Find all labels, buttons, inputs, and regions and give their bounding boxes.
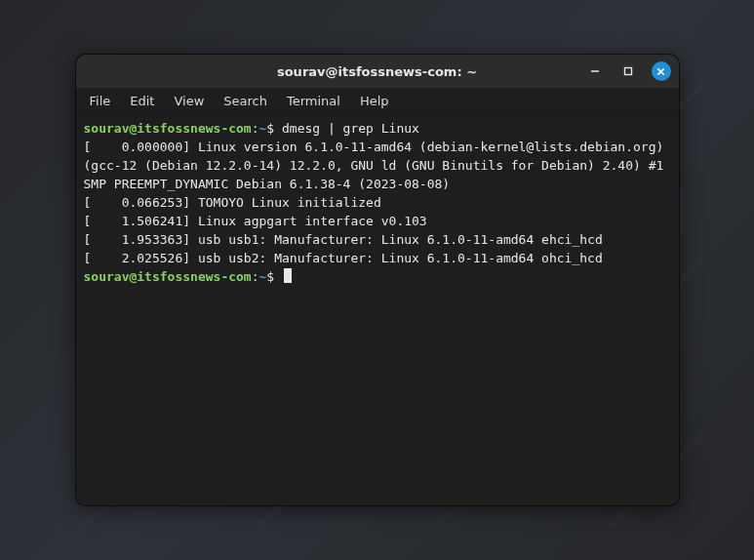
close-icon (656, 67, 665, 76)
menu-edit[interactable]: Edit (120, 90, 164, 112)
prompt-colon: : (252, 269, 259, 284)
terminal-line: [ 2.025526] usb usb2: Manufacturer: Linu… (84, 249, 671, 267)
terminal-body[interactable]: sourav@itsfossnews-com:~$ dmesg | grep L… (76, 115, 679, 505)
prompt-userhost: sourav@itsfossnews-com (84, 121, 252, 136)
prompt-userhost: sourav@itsfossnews-com (84, 269, 252, 284)
maximize-button[interactable] (618, 61, 638, 81)
minimize-icon (590, 66, 600, 76)
window-titlebar[interactable]: sourav@itsfossnews-com: ~ (76, 55, 679, 88)
terminal-window: sourav@itsfossnews-com: ~ File Edit View… (76, 55, 679, 505)
terminal-line: [ 0.000000] Linux version 6.1.0-11-amd64… (84, 138, 671, 193)
menu-terminal[interactable]: Terminal (277, 90, 350, 112)
terminal-line: [ 0.066253] TOMOYO Linux initialized (84, 193, 671, 212)
menu-help[interactable]: Help (350, 90, 399, 112)
menu-view[interactable]: View (164, 90, 214, 112)
prompt-colon: : (252, 121, 259, 136)
menubar: File Edit View Search Terminal Help (76, 88, 679, 115)
menu-search[interactable]: Search (214, 90, 277, 112)
terminal-line: sourav@itsfossnews-com:~$ dmesg | grep L… (84, 119, 671, 138)
close-button[interactable] (652, 61, 671, 81)
prompt-dollar: $ (266, 121, 274, 136)
window-title: sourav@itsfossnews-com: ~ (277, 64, 477, 79)
cursor (284, 268, 292, 283)
svg-rect-1 (624, 68, 631, 75)
menu-file[interactable]: File (80, 90, 121, 112)
window-controls (585, 55, 671, 88)
prompt-dollar: $ (266, 269, 274, 284)
terminal-line: [ 1.953363] usb usb1: Manufacturer: Linu… (84, 230, 671, 249)
terminal-line: sourav@itsfossnews-com:~$ (84, 267, 671, 286)
command-text: dmesg | grep Linux (282, 121, 419, 136)
maximize-icon (623, 66, 633, 76)
terminal-line: [ 1.506241] Linux agpgart interface v0.1… (84, 212, 671, 230)
minimize-button[interactable] (585, 61, 605, 81)
